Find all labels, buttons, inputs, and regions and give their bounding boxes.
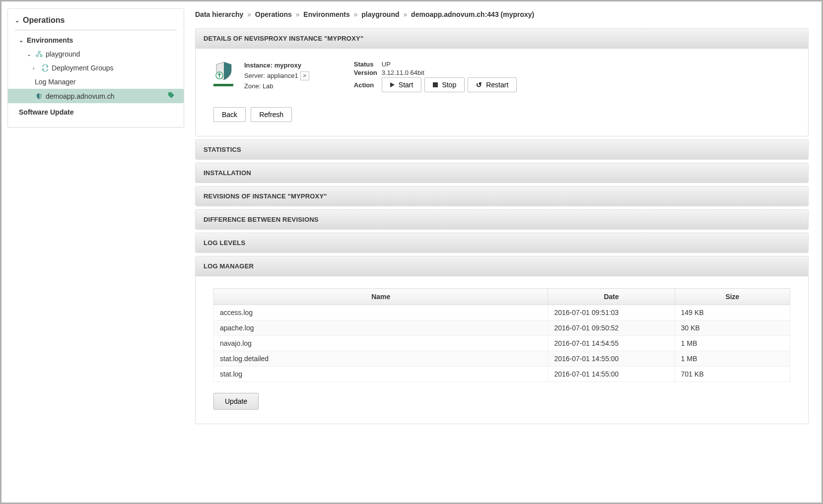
cell-date: 2016-07-01 09:50:52 (548, 320, 675, 336)
server-value: appliance1 (267, 71, 298, 81)
instance-info: Instance: myproxy Server: appliance1 > Z… (244, 61, 309, 93)
sidebar-item-software-update[interactable]: Software Update (8, 103, 184, 121)
server-label: Server: (244, 71, 265, 81)
sidebar-item-label: playground (46, 50, 80, 58)
panel-revisions: REVISIONS OF INSTANCE "MYPROXY" (195, 186, 809, 206)
status-info: StatusUP Version3.12.11.0 64bit Action S… (354, 61, 517, 93)
breadcrumb-sep: » (247, 10, 251, 18)
back-button[interactable]: Back (213, 107, 246, 122)
sidebar-item-demoapp[interactable]: demoapp.adnovum.ch (8, 89, 184, 103)
version-value: 3.12.11.0 64bit (382, 69, 424, 76)
breadcrumb-sep: » (296, 10, 300, 18)
table-row[interactable]: stat.log2016-07-01 14:55:00701 KB (214, 367, 790, 382)
start-button[interactable]: Start (382, 77, 422, 92)
cell-name: access.log (214, 305, 548, 320)
cell-date: 2016-07-01 14:55:00 (548, 367, 675, 382)
restart-label: Restart (486, 81, 508, 89)
cell-size: 1 MB (675, 336, 790, 351)
restart-icon: ↺ (476, 81, 482, 89)
panel-header-diff[interactable]: DIFFERENCE BETWEEN REVISIONS (196, 210, 808, 229)
sidebar-item-label: Software Update (19, 108, 73, 116)
sidebar-item-label: Operations (23, 16, 65, 25)
panel-header-revisions[interactable]: REVISIONS OF INSTANCE "MYPROXY" (196, 187, 808, 206)
action-label: Action (354, 81, 382, 89)
update-label: Update (225, 397, 247, 405)
cell-name: navajo.log (214, 336, 548, 351)
breadcrumb-environments[interactable]: Environments (303, 10, 349, 18)
table-row[interactable]: navajo.log2016-07-01 14:54:551 MB (214, 336, 790, 351)
table-row[interactable]: stat.log.detailed2016-07-01 14:55:001 MB (214, 351, 790, 367)
shield-icon (213, 61, 234, 81)
back-label: Back (222, 111, 237, 119)
chevron-right-icon: › (33, 65, 39, 71)
svg-point-2 (40, 55, 42, 57)
col-date[interactable]: Date (548, 289, 675, 305)
zone-label: Zone: (244, 82, 261, 90)
breadcrumb-playground[interactable]: playground (361, 10, 399, 18)
cell-size: 149 KB (675, 305, 790, 320)
breadcrumb-current: demoapp.adnovum.ch:443 (myproxy) (411, 10, 534, 18)
cell-size: 701 KB (675, 367, 790, 382)
cluster-icon (35, 51, 44, 58)
sidebar-item-log-manager[interactable]: Log Manager (8, 75, 184, 89)
breadcrumb-operations[interactable]: Operations (255, 10, 292, 18)
server-goto-button[interactable]: > (300, 71, 309, 80)
tag-icon (168, 92, 179, 100)
panel-header-statistics[interactable]: STATISTICS (196, 140, 808, 159)
panel-header-logmanager[interactable]: LOG MANAGER (196, 256, 808, 276)
instance-icon-wrap (213, 61, 237, 93)
breadcrumb-sep: » (354, 10, 358, 18)
panel-diff: DIFFERENCE BETWEEN REVISIONS (195, 209, 809, 230)
sidebar-item-label: Environments (27, 36, 73, 44)
panel-header-installation[interactable]: INSTALLATION (196, 163, 808, 183)
log-table: Name Date Size access.log2016-07-01 09:5… (213, 288, 790, 382)
sync-icon (41, 64, 50, 71)
svg-point-0 (38, 51, 40, 53)
restart-button[interactable]: ↺Restart (468, 77, 517, 92)
status-value: UP (382, 61, 391, 68)
stop-icon (433, 82, 438, 87)
panel-header-loglevels[interactable]: LOG LEVELS (196, 233, 808, 252)
sidebar-item-label: Deployment Groups (52, 64, 114, 72)
panel-installation: INSTALLATION (195, 163, 809, 183)
refresh-label: Refresh (259, 111, 283, 119)
col-size[interactable]: Size (675, 289, 790, 305)
breadcrumb: Data hierarchy » Operations » Environmen… (195, 10, 809, 18)
table-row[interactable]: access.log2016-07-01 09:51:03149 KB (214, 305, 790, 320)
col-name[interactable]: Name (214, 289, 548, 305)
sidebar-item-operations[interactable]: ⌄ Operations (8, 13, 184, 28)
svg-line-3 (38, 53, 39, 55)
panel-loglevels: LOG LEVELS (195, 233, 809, 253)
panel-details: DETAILS OF NEVISPROXY INSTANCE "MYPROXY" (195, 28, 809, 136)
stop-label: Stop (442, 81, 456, 89)
cell-date: 2016-07-01 09:51:03 (548, 305, 675, 320)
main-content: Data hierarchy » Operations » Environmen… (190, 1, 822, 503)
zone-value: Lab (263, 82, 274, 90)
sidebar-panel: ⌄ Operations ⌄ Environments ⌄ playground… (7, 8, 184, 127)
refresh-button[interactable]: Refresh (251, 107, 292, 122)
sidebar-item-label: demoapp.adnovum.ch (46, 92, 115, 100)
cell-date: 2016-07-01 14:55:00 (548, 351, 675, 367)
panel-logmanager: LOG MANAGER Name Date Size access.log201… (195, 256, 809, 424)
divider (15, 30, 177, 30)
sidebar-item-playground[interactable]: ⌄ playground (8, 47, 184, 61)
chevron-down-icon: ⌄ (19, 37, 25, 44)
sidebar-item-environments[interactable]: ⌄ Environments (8, 33, 184, 47)
stop-button[interactable]: Stop (424, 77, 465, 92)
chevron-down-icon: ⌄ (27, 51, 33, 58)
shield-icon (35, 93, 44, 100)
cell-size: 30 KB (675, 320, 790, 336)
play-icon (390, 82, 395, 87)
panel-body-details: Instance: myproxy Server: appliance1 > Z… (196, 49, 808, 136)
svg-line-4 (39, 53, 41, 55)
cell-date: 2016-07-01 14:54:55 (548, 336, 675, 351)
breadcrumb-root[interactable]: Data hierarchy (195, 10, 243, 18)
cell-name: stat.log.detailed (214, 351, 548, 367)
status-bar (213, 84, 233, 86)
start-label: Start (399, 81, 413, 89)
sidebar-item-label: Log Manager (35, 78, 76, 86)
table-row[interactable]: apache.log2016-07-01 09:50:5230 KB (214, 320, 790, 336)
panel-header-details[interactable]: DETAILS OF NEVISPROXY INSTANCE "MYPROXY" (196, 29, 808, 49)
sidebar-item-deployment-groups[interactable]: › Deployment Groups (8, 61, 184, 75)
update-button[interactable]: Update (213, 393, 259, 410)
